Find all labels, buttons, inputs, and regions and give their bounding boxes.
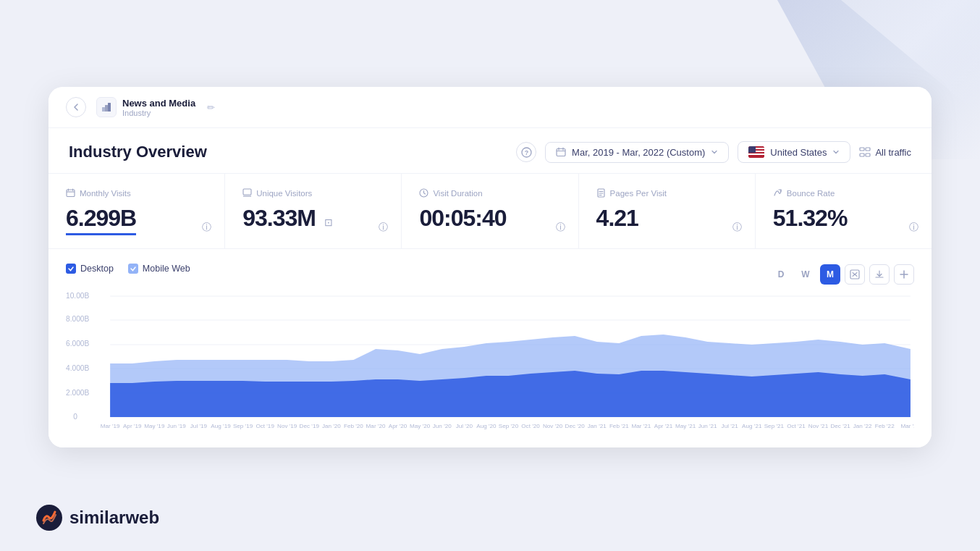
date-range-filter[interactable]: Mar, 2019 - Mar, 2022 (Custom) xyxy=(545,142,729,163)
industry-building-icon xyxy=(101,101,112,113)
pages-icon xyxy=(596,188,606,198)
x-label-mar20: Mar '20 xyxy=(366,423,386,429)
chart-controls: D W M xyxy=(771,264,914,285)
back-arrow-icon xyxy=(71,102,81,112)
chevron-down-icon xyxy=(832,148,840,156)
similarweb-logo-icon xyxy=(36,505,62,531)
x-label-jun21: Jun '21 xyxy=(698,423,718,429)
download-icon xyxy=(874,269,884,279)
legend-item-desktop[interactable]: Desktop xyxy=(66,264,114,274)
page-title: Industry Overview xyxy=(69,143,516,161)
x-label-may20: May '20 xyxy=(410,423,431,429)
bottom-logo: similarweb xyxy=(36,505,159,531)
bounce-icon xyxy=(773,188,782,198)
calendar-icon xyxy=(556,147,566,157)
x-label-jul21: Jul '21 xyxy=(722,423,739,429)
checkmark-mobile-icon xyxy=(130,265,137,272)
monitor-icon: ⊡ xyxy=(324,216,332,228)
traffic-label: All traffic xyxy=(875,147,911,158)
x-label-jul19: Jul '19 xyxy=(190,423,208,429)
chart-section: Desktop Mobile Web D W M xyxy=(48,249,932,447)
similarweb-logo-text: similarweb xyxy=(69,508,159,528)
help-icon: ? xyxy=(521,147,532,158)
period-btn-monthly[interactable]: M xyxy=(820,264,840,285)
breadcrumb-title: News and Media xyxy=(122,98,195,109)
x-label-jun19: Jun '19 xyxy=(167,423,187,429)
plus-icon xyxy=(899,269,909,279)
excel-export-button[interactable] xyxy=(845,264,865,285)
mobile-checkbox[interactable] xyxy=(128,264,138,274)
x-label-nov21: Nov '21 xyxy=(808,423,829,429)
desktop-legend-label: Desktop xyxy=(80,264,114,274)
checkmark-icon xyxy=(67,265,75,272)
svg-rect-0 xyxy=(102,107,105,112)
x-label-mar22: Mar '22 xyxy=(900,423,914,429)
metric-label-bounce-rate: Bounce Rate xyxy=(773,188,914,198)
x-label-dec20: Dec '20 xyxy=(565,423,586,429)
chevron-down-icon xyxy=(711,148,718,156)
calendar-small-icon xyxy=(66,188,75,198)
add-button[interactable] xyxy=(894,264,914,285)
info-icon-monthly[interactable]: ⓘ xyxy=(202,221,211,234)
x-label-jan22: Jan '22 xyxy=(853,423,873,429)
metric-label-unique-visitors: Unique Visitors xyxy=(242,188,384,198)
info-icon-bounce[interactable]: ⓘ xyxy=(909,221,918,234)
x-label-apr21: Apr '21 xyxy=(654,423,673,429)
period-btn-daily[interactable]: D xyxy=(771,264,791,285)
x-label-oct20: Oct '20 xyxy=(521,423,540,429)
x-label-sep21: Sep '21 xyxy=(764,423,785,429)
y-label-6b: 6.000B xyxy=(66,340,90,348)
chart-legend: Desktop Mobile Web xyxy=(66,264,190,274)
metric-label-visit-duration: Visit Duration xyxy=(419,188,560,198)
metrics-row: Monthly Visits 6.299B ⓘ Unique Visitors … xyxy=(48,174,932,249)
metric-value-pages-per-visit: 4.21 xyxy=(596,205,738,232)
x-label-sep19: Sep '19 xyxy=(233,423,253,429)
breadcrumb-sub: Industry xyxy=(122,109,195,117)
svg-rect-6 xyxy=(860,148,864,151)
svg-rect-11 xyxy=(243,189,251,195)
legend-item-mobile[interactable]: Mobile Web xyxy=(128,264,190,274)
x-label-nov20: Nov '20 xyxy=(543,423,563,429)
info-icon-unique[interactable]: ⓘ xyxy=(379,221,388,234)
breadcrumb-text: News and Media Industry xyxy=(122,98,195,117)
card-header: News and Media Industry ✏ xyxy=(48,87,932,128)
svg-rect-10 xyxy=(67,190,75,197)
info-icon-duration[interactable]: ⓘ xyxy=(556,221,565,234)
x-label-oct19: Oct '19 xyxy=(255,423,274,429)
industry-icon xyxy=(96,97,117,117)
edit-icon[interactable]: ✏ xyxy=(207,102,215,113)
x-label-dec21: Dec '21 xyxy=(830,423,850,429)
metric-label-pages-per-visit: Pages Per Visit xyxy=(596,188,738,198)
metric-value-bounce-rate: 51.32% xyxy=(773,205,914,232)
metric-card-visit-duration: Visit Duration 00:05:40 ⓘ xyxy=(402,174,578,248)
info-icon-pages[interactable]: ⓘ xyxy=(732,221,742,234)
mobile-legend-label: Mobile Web xyxy=(143,264,190,274)
x-label-aug21: Aug '21 xyxy=(742,423,762,429)
metric-card-pages-per-visit: Pages Per Visit 4.21 ⓘ xyxy=(579,174,756,248)
svg-rect-5 xyxy=(557,149,565,156)
x-label-may21: May '21 xyxy=(675,423,696,429)
svg-rect-2 xyxy=(108,103,111,112)
excel-icon xyxy=(850,269,860,279)
metric-card-monthly-visits: Monthly Visits 6.299B ⓘ xyxy=(48,174,225,248)
x-label-aug20: Aug '20 xyxy=(476,423,497,429)
x-label-feb20: Feb '20 xyxy=(344,423,363,429)
x-label-dec19: Dec '19 xyxy=(300,423,320,429)
desktop-checkbox[interactable] xyxy=(66,264,76,274)
x-label-jul20: Jul '20 xyxy=(456,423,473,429)
metric-value-visit-duration: 00:05:40 xyxy=(419,205,560,232)
date-range-label: Mar, 2019 - Mar, 2022 (Custom) xyxy=(572,147,705,158)
x-label-oct21: Oct '21 xyxy=(787,423,806,429)
clock-icon xyxy=(419,188,428,198)
country-filter[interactable]: United States xyxy=(738,141,850,163)
help-button[interactable]: ? xyxy=(516,142,536,162)
period-btn-weekly[interactable]: W xyxy=(795,264,816,285)
x-label-mar19: Mar '19 xyxy=(101,423,120,429)
metric-value-monthly-visits: 6.299B xyxy=(66,205,136,235)
svg-rect-1 xyxy=(105,105,108,112)
download-button[interactable] xyxy=(869,264,890,285)
y-label-2b: 2.000B xyxy=(66,389,90,397)
back-button[interactable] xyxy=(66,97,86,117)
us-flag-icon xyxy=(748,146,764,158)
svg-rect-9 xyxy=(866,153,870,156)
